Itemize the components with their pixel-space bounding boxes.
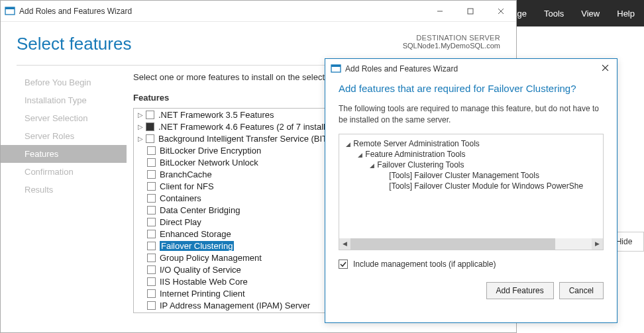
nav-step[interactable]: Results xyxy=(1,181,127,199)
expander-icon[interactable]: ▷ xyxy=(136,111,144,119)
scroll-track[interactable] xyxy=(350,238,592,250)
tree-node-label: Remote Server Administration Tools xyxy=(351,139,480,148)
wizard-icon xyxy=(5,6,15,17)
feature-label: Containers xyxy=(160,193,201,203)
feature-label: Group Policy Management xyxy=(160,253,262,263)
scroll-thumb[interactable] xyxy=(350,238,555,250)
feature-label: IP Address Management (IPAM) Server xyxy=(160,301,310,310)
popup-heading: Add features that are required for Failo… xyxy=(339,83,604,94)
wizard-nav: Before You BeginInstallation TypeServer … xyxy=(1,72,127,318)
feature-label: Internet Printing Client xyxy=(160,289,245,299)
feature-checkbox[interactable] xyxy=(147,182,156,191)
feature-label: Enhanced Storage xyxy=(160,229,231,239)
tree-node[interactable]: [Tools] Failover Cluster Management Tool… xyxy=(342,170,603,181)
feature-label: Background Intelligent Transfer Service … xyxy=(158,134,327,144)
nav-step[interactable]: Confirmation xyxy=(1,163,127,181)
expander-icon[interactable]: ▷ xyxy=(136,135,144,142)
popup-icon xyxy=(331,64,341,74)
feature-checkbox[interactable] xyxy=(147,158,156,167)
window-buttons xyxy=(425,1,516,22)
feature-label: IIS Hostable Web Core xyxy=(160,277,248,287)
feature-checkbox[interactable] xyxy=(147,206,156,214)
feature-checkbox[interactable] xyxy=(147,230,156,238)
popup-description: The following tools are required to mana… xyxy=(339,103,604,126)
tree-node-label: Feature Administration Tools xyxy=(363,150,466,159)
feature-label: BitLocker Drive Encryption xyxy=(160,146,261,156)
nav-step[interactable]: Features xyxy=(1,145,127,163)
feature-checkbox[interactable] xyxy=(146,134,154,143)
menu-item[interactable]: Help xyxy=(617,9,635,19)
svg-rect-7 xyxy=(331,65,341,67)
server-manager-menubar: age Tools View Help xyxy=(503,0,644,26)
wizard-title-text: Add Roles and Features Wizard xyxy=(19,7,132,16)
feature-checkbox[interactable] xyxy=(147,301,156,310)
minimize-button[interactable] xyxy=(425,1,455,22)
feature-checkbox[interactable] xyxy=(146,122,154,131)
feature-label: Direct Play xyxy=(160,217,201,227)
tree-node[interactable]: ◢ Remote Server Administration Tools xyxy=(342,138,603,149)
expander-icon[interactable]: ▷ xyxy=(136,123,144,130)
feature-label: I/O Quality of Service xyxy=(160,265,241,275)
include-tools-checkbox[interactable] xyxy=(339,260,348,269)
feature-label: Client for NFS xyxy=(160,181,214,191)
menu-item[interactable]: Tools xyxy=(544,9,564,19)
svg-rect-1 xyxy=(5,7,15,9)
feature-label: Failover Clustering xyxy=(160,241,234,251)
tree-node-label: [Tools] Failover Cluster Module for Wind… xyxy=(387,181,583,191)
feature-checkbox[interactable] xyxy=(147,194,156,203)
popup-body: Add features that are required for Failo… xyxy=(325,79,617,307)
feature-checkbox[interactable] xyxy=(147,146,156,155)
tree-node[interactable]: ◢ Feature Administration Tools xyxy=(342,149,603,160)
popup-title-text: Add Roles and Features Wizard xyxy=(345,64,458,73)
tree-node-label: Failover Clustering Tools xyxy=(375,160,464,169)
feature-checkbox[interactable] xyxy=(147,218,156,226)
feature-label: .NET Framework 4.6 Features (2 of 7 inst… xyxy=(158,122,330,132)
feature-checkbox[interactable] xyxy=(147,313,156,314)
wizard-titlebar: Add Roles and Features Wizard xyxy=(1,1,516,22)
feature-label: BitLocker Network Unlock xyxy=(160,158,258,167)
tree-caret-icon[interactable]: ◢ xyxy=(356,152,363,158)
scroll-left-arrow[interactable]: ◀ xyxy=(339,238,350,250)
horizontal-scrollbar[interactable]: ◀ ▶ xyxy=(339,238,603,250)
nav-step[interactable]: Server Roles xyxy=(1,127,127,145)
scroll-right-arrow[interactable]: ▶ xyxy=(592,238,603,250)
feature-tree: ◢ Remote Server Administration Tools◢ Fe… xyxy=(339,134,604,250)
tree-caret-icon[interactable]: ◢ xyxy=(345,141,351,148)
feature-label: BranchCache xyxy=(160,169,212,179)
nav-step[interactable]: Installation Type xyxy=(1,91,127,109)
feature-checkbox[interactable] xyxy=(147,277,156,286)
nav-step[interactable]: Server Selection xyxy=(1,109,127,127)
feature-checkbox[interactable] xyxy=(147,254,156,262)
tree-node-label: [Tools] Failover Cluster Management Tool… xyxy=(387,171,539,180)
popup-close-button[interactable] xyxy=(599,62,612,76)
tree-caret-icon[interactable]: ◢ xyxy=(368,162,375,169)
wizard-header: Select features DESTINATION SERVER SQLNo… xyxy=(1,22,516,61)
close-button[interactable] xyxy=(486,1,516,22)
destination-block: DESTINATION SERVER SQLNode1.MyDemoSQL.co… xyxy=(403,34,500,50)
add-features-popup: Add Roles and Features Wizard Add featur… xyxy=(325,58,617,323)
destination-label: DESTINATION SERVER xyxy=(403,34,500,42)
feature-checkbox[interactable] xyxy=(146,111,154,119)
include-tools-row[interactable]: Include management tools (if applicable) xyxy=(339,260,604,269)
feature-label: Data Center Bridging xyxy=(160,205,240,215)
feature-label: iSNS Server service xyxy=(160,312,237,314)
destination-value: SQLNode1.MyDemoSQL.com xyxy=(403,42,500,50)
feature-label: .NET Framework 3.5 Features xyxy=(158,110,274,120)
page-title: Select features xyxy=(17,34,131,54)
feature-checkbox[interactable] xyxy=(147,265,156,274)
tree-node[interactable]: ◢ Failover Clustering Tools xyxy=(342,160,603,170)
feature-checkbox[interactable] xyxy=(147,242,156,250)
maximize-button[interactable] xyxy=(455,1,486,22)
popup-titlebar: Add Roles and Features Wizard xyxy=(325,59,617,79)
cancel-button[interactable]: Cancel xyxy=(559,282,604,299)
svg-rect-3 xyxy=(468,9,473,14)
tree-node[interactable]: [Tools] Failover Cluster Module for Wind… xyxy=(342,181,603,191)
feature-checkbox[interactable] xyxy=(147,289,156,298)
add-features-button[interactable]: Add Features xyxy=(486,282,554,299)
nav-step[interactable]: Before You Begin xyxy=(1,73,127,91)
include-tools-label: Include management tools (if applicable) xyxy=(353,260,496,269)
popup-button-row: Add Features Cancel xyxy=(339,282,604,299)
feature-checkbox[interactable] xyxy=(147,170,156,179)
menu-item[interactable]: View xyxy=(581,9,600,19)
